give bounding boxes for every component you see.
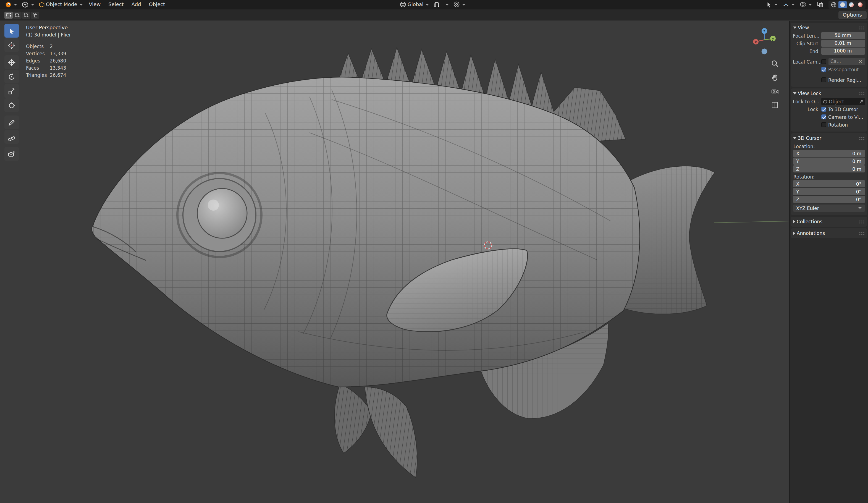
lock-rotation-checkbox[interactable] bbox=[821, 122, 826, 127]
tool-transform-button[interactable] bbox=[4, 99, 19, 112]
options-dropdown[interactable]: Options bbox=[838, 11, 866, 19]
view-perspective-label: User Perspective bbox=[26, 24, 71, 31]
chevron-down-icon bbox=[79, 3, 83, 5]
shading-wireframe-button[interactable] bbox=[829, 1, 838, 8]
object-mode-icon bbox=[39, 1, 45, 8]
tool-annotate-button[interactable] bbox=[4, 115, 19, 129]
tool-measure-button[interactable] bbox=[4, 130, 19, 144]
select-mode-set-button[interactable] bbox=[4, 12, 13, 19]
chevron-down-icon bbox=[445, 3, 449, 5]
panel-grip-icon[interactable] bbox=[859, 231, 865, 235]
cursor-location-x-field[interactable]: X 0 m bbox=[793, 150, 865, 157]
pan-button[interactable] bbox=[769, 72, 779, 82]
scale-icon bbox=[8, 87, 16, 95]
chevron-down-icon bbox=[858, 207, 861, 209]
pelvic-fins[interactable] bbox=[334, 384, 417, 478]
tool-scale-button[interactable] bbox=[4, 84, 19, 98]
to-3d-cursor-label: To 3D Cursor bbox=[828, 106, 858, 112]
proportional-editing-button[interactable] bbox=[451, 0, 467, 9]
lock-object-field[interactable]: Object bbox=[821, 98, 865, 105]
fish-eye[interactable] bbox=[177, 173, 261, 257]
xray-toggle-button[interactable] bbox=[814, 0, 825, 9]
passepartout-checkbox[interactable] bbox=[821, 67, 826, 72]
panel-collections-header[interactable]: Collections bbox=[793, 218, 865, 226]
clear-icon[interactable]: × bbox=[858, 59, 862, 64]
select-mode-intersect-button[interactable] bbox=[31, 12, 39, 19]
cursor-rotation-z-field[interactable]: Z 0° bbox=[793, 196, 865, 203]
camera-view-button[interactable] bbox=[769, 86, 779, 96]
gizmo-minus-z-axis[interactable] bbox=[761, 49, 767, 54]
chevron-down-icon bbox=[774, 3, 777, 5]
chevron-down-icon bbox=[808, 3, 812, 5]
camera-to-view-checkbox[interactable] bbox=[821, 114, 826, 120]
blender-menu-button[interactable] bbox=[3, 0, 19, 9]
scene-collection-label: (1) 3d model | Flier bbox=[26, 31, 71, 38]
select-box-icon bbox=[8, 27, 16, 34]
menu-select[interactable]: Select bbox=[104, 0, 128, 9]
panel-annotations-header[interactable]: Annotations bbox=[793, 229, 865, 237]
select-subtract-icon bbox=[24, 13, 29, 18]
panel-grip-icon[interactable] bbox=[859, 136, 865, 140]
cursor-rotation-x-field[interactable]: X 0° bbox=[793, 180, 865, 187]
panel-view-header[interactable]: View bbox=[793, 24, 865, 31]
zoom-button[interactable] bbox=[769, 59, 779, 69]
focal-length-field[interactable]: 50 mm bbox=[821, 32, 865, 39]
tool-select-box-button[interactable] bbox=[4, 24, 19, 38]
tool-move-button[interactable] bbox=[4, 55, 19, 69]
select-mode-extend-button[interactable] bbox=[13, 12, 22, 19]
clip-start-field[interactable]: 0.01 m bbox=[821, 40, 865, 47]
shading-solid-button[interactable] bbox=[838, 1, 846, 8]
cursor-rotation-y-field[interactable]: Y 0° bbox=[793, 188, 865, 195]
local-camera-checkbox[interactable] bbox=[821, 59, 826, 64]
tool-settings-bar: Options bbox=[0, 9, 868, 20]
menu-view[interactable]: View bbox=[85, 0, 104, 9]
local-camera-field[interactable]: Ca... × bbox=[828, 58, 865, 65]
rotation-mode-dropdown[interactable]: XYZ Euler bbox=[793, 205, 865, 212]
tool-add-cube-button[interactable] bbox=[4, 147, 19, 161]
panel-grip-icon[interactable] bbox=[859, 26, 865, 30]
clip-end-field[interactable]: 1000 m bbox=[821, 48, 865, 55]
cursor-location-y-field[interactable]: Y 0 m bbox=[793, 157, 865, 165]
viewport-3d[interactable]: User Perspective (1) 3d model | Flier Ob… bbox=[0, 21, 789, 503]
shading-material-button[interactable] bbox=[847, 1, 855, 8]
camera-to-view-label: Camera to Vi... bbox=[828, 114, 863, 120]
panel-3d-cursor: 3D Cursor Location: X 0 m Y 0 m Z 0 m Ro… bbox=[790, 133, 867, 215]
menu-object[interactable]: Object bbox=[145, 0, 169, 9]
navigation-gizmo[interactable]: z x y bbox=[751, 27, 777, 55]
object-visibility-dropdown[interactable] bbox=[764, 0, 779, 9]
local-camera-label: Local Cam... bbox=[793, 59, 821, 64]
focal-length-label: Focal Len... bbox=[793, 33, 821, 39]
shading-rendered-button[interactable] bbox=[856, 1, 864, 8]
menu-add[interactable]: Add bbox=[128, 0, 145, 9]
material-sphere-icon bbox=[848, 1, 854, 8]
orientation-label: Global bbox=[407, 2, 423, 7]
tool-cursor-button[interactable] bbox=[4, 38, 19, 52]
transform-orientation-dropdown[interactable]: Global bbox=[397, 0, 431, 9]
scene-canvas[interactable] bbox=[0, 21, 789, 503]
viewport-editor-icon bbox=[22, 1, 29, 8]
snap-settings-dropdown[interactable] bbox=[442, 0, 451, 9]
perspective-toggle-button[interactable] bbox=[769, 100, 779, 110]
tool-rotate-button[interactable] bbox=[4, 70, 19, 83]
eyedropper-icon[interactable] bbox=[859, 99, 863, 104]
editor-type-button[interactable] bbox=[19, 0, 37, 9]
xray-icon bbox=[817, 1, 823, 8]
blender-window: Object Mode View Select Add Object Globa… bbox=[0, 0, 868, 503]
panel-grip-icon[interactable] bbox=[859, 92, 865, 95]
panel-3d-cursor-header[interactable]: 3D Cursor bbox=[793, 134, 865, 142]
measure-ruler-icon bbox=[8, 133, 16, 141]
render-region-checkbox[interactable] bbox=[821, 78, 826, 82]
select-mode-subtract-button[interactable] bbox=[22, 12, 30, 19]
panel-grip-icon[interactable] bbox=[859, 220, 865, 224]
cursor-location-z-field[interactable]: Z 0 m bbox=[793, 165, 865, 173]
ortho-grid-icon bbox=[771, 101, 778, 109]
mode-dropdown[interactable]: Object Mode bbox=[37, 0, 85, 9]
show-overlays-dropdown[interactable] bbox=[797, 0, 814, 9]
fish-model[interactable] bbox=[92, 48, 715, 478]
wireframe-sphere-icon bbox=[830, 1, 837, 8]
panel-view-lock-header[interactable]: View Lock bbox=[793, 90, 865, 97]
show-gizmo-dropdown[interactable] bbox=[780, 0, 797, 9]
lock-to-3d-cursor-checkbox[interactable] bbox=[821, 107, 826, 112]
snap-toggle-button[interactable] bbox=[431, 0, 442, 9]
fish-body[interactable] bbox=[92, 77, 640, 387]
